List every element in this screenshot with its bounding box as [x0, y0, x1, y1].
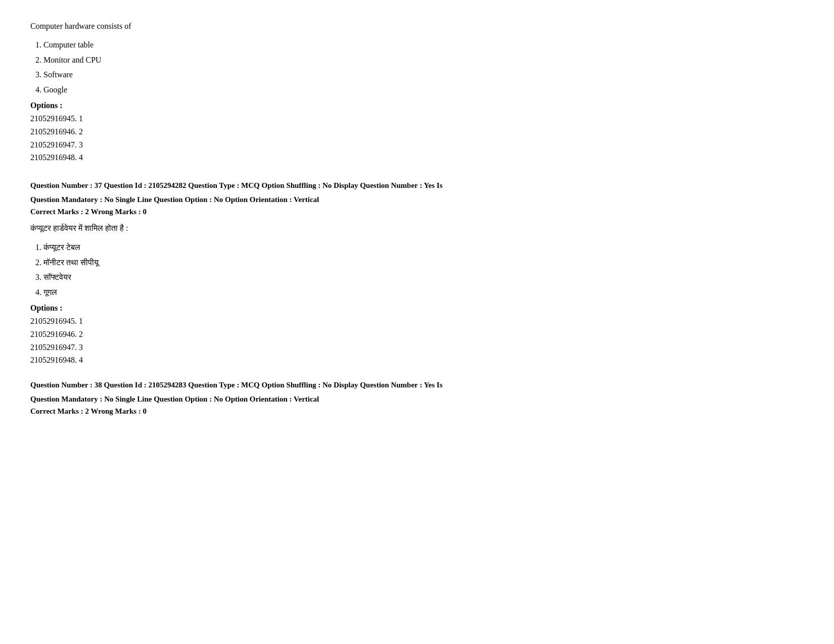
q36-option-rows: 21052916945. 1 21052916946. 2 2105291694… [30, 112, 804, 164]
q36-options-label: Options : [30, 101, 804, 110]
q36-option-4: 4. Google [35, 83, 804, 96]
q36-option-row-2: 21052916946. 2 [30, 125, 804, 138]
q37-option-row-2: 21052916946. 2 [30, 328, 804, 341]
q38-marks-line: Correct Marks : 2 Wrong Marks : 0 [30, 407, 804, 416]
q37-option-rows: 21052916945. 1 21052916946. 2 2105291694… [30, 315, 804, 366]
q37-section: Question Number : 37 Question Id : 21052… [30, 179, 804, 367]
q37-option-hindi-1: 1. कंप्यूटर टेबल [35, 241, 804, 254]
q36-question-text: Computer hardware consists of [30, 20, 804, 32]
q37-option-row-4: 21052916948. 4 [30, 354, 804, 367]
q37-options-label: Options : [30, 304, 804, 313]
q36-option-row-3: 21052916947. 3 [30, 138, 804, 152]
q36-option-row-4: 21052916948. 4 [30, 151, 804, 164]
q36-option-2: 2. Monitor and CPU [35, 54, 804, 67]
q36-english-section: Computer hardware consists of 1. Compute… [30, 20, 804, 164]
q36-option-row-1: 21052916945. 1 [30, 112, 804, 125]
q37-meta-line1: Question Number : 37 Question Id : 21052… [30, 179, 804, 191]
q38-meta-line2: Question Mandatory : No Single Line Ques… [30, 393, 804, 405]
q37-option-hindi-3: 3. सॉफ्टवेयर [35, 271, 804, 284]
q36-option-1: 1. Computer table [35, 38, 804, 52]
q36-options-list: 1. Computer table 2. Monitor and CPU 3. … [30, 38, 804, 96]
q37-question-hindi: कंप्यूटर हार्डवेयर में शामिल होता है : [30, 221, 804, 235]
q37-option-hindi-4: 4. गूगल [35, 286, 804, 299]
q36-option-3: 3. Software [35, 68, 804, 81]
q37-option-row-1: 21052916945. 1 [30, 315, 804, 328]
q37-option-row-3: 21052916947. 3 [30, 341, 804, 354]
q37-meta-line2: Question Mandatory : No Single Line Ques… [30, 193, 804, 206]
q37-options-hindi-list: 1. कंप्यूटर टेबल 2. मॉनीटर तथा सीपीयू 3.… [30, 241, 804, 299]
q37-option-hindi-2: 2. मॉनीटर तथा सीपीयू [35, 256, 804, 269]
q38-meta-line1: Question Number : 38 Question Id : 21052… [30, 379, 804, 391]
q38-section: Question Number : 38 Question Id : 21052… [30, 379, 804, 416]
q37-marks-line: Correct Marks : 2 Wrong Marks : 0 [30, 208, 804, 216]
